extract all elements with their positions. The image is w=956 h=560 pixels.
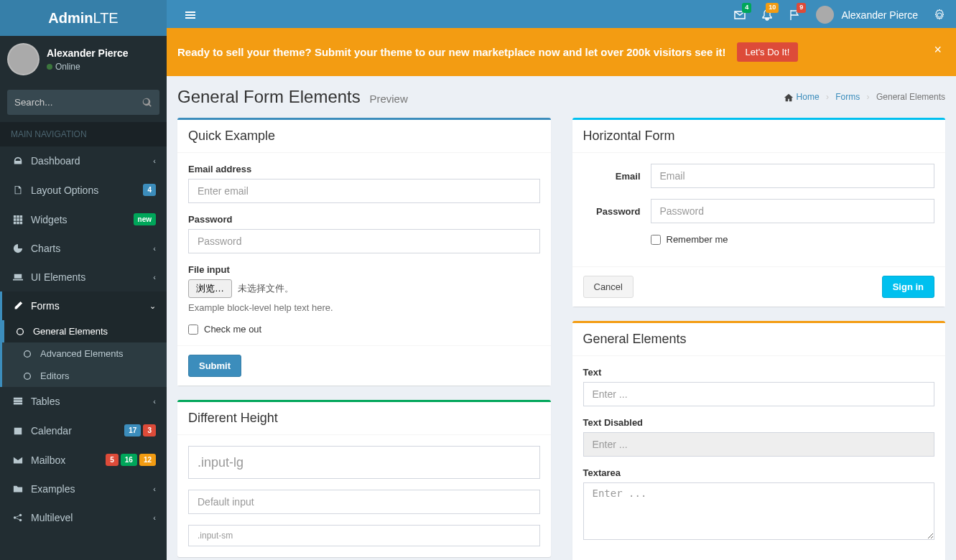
password-input[interactable] xyxy=(188,229,540,253)
sidebar-item-calendar[interactable]: Calendar 17 3 xyxy=(0,416,167,445)
sidebar-item-multilevel[interactable]: Multilevel ‹ xyxy=(0,503,167,532)
chevron-left-icon: ‹ xyxy=(153,157,156,165)
box-title: Different Height xyxy=(188,411,540,426)
file-label: File input xyxy=(188,264,540,275)
page-subtitle: Preview xyxy=(369,93,407,105)
circle-o-icon xyxy=(13,327,27,337)
sidebar-search-button[interactable] xyxy=(135,90,159,115)
sidebar-user-panel: Alexander Pierce Online xyxy=(0,36,167,83)
sidebar-item-tables[interactable]: Tables ‹ xyxy=(0,387,167,416)
sidebar-subitem-advanced[interactable]: Advanced Elements xyxy=(2,342,167,365)
signin-button[interactable]: Sign in xyxy=(882,276,934,298)
calendar-icon xyxy=(11,426,25,436)
badge: 4 xyxy=(143,184,156,196)
chevron-down-icon: ⌄ xyxy=(149,302,156,311)
notifications-dropdown[interactable]: 10 xyxy=(761,9,773,21)
svg-point-4 xyxy=(19,514,22,517)
marketplace-alert: Ready to sell your theme? Submit your th… xyxy=(167,28,956,76)
sidebar-item-label: Charts xyxy=(31,243,60,254)
badge: 5 xyxy=(106,454,119,466)
sidebar-item-widgets[interactable]: Widgets new xyxy=(0,205,167,234)
badge: 9 xyxy=(797,3,806,13)
logo[interactable]: AdminLTE xyxy=(0,0,167,36)
h-password-label: Password xyxy=(583,206,641,217)
gears-icon xyxy=(934,9,945,21)
avatar xyxy=(816,6,834,24)
breadcrumb-forms[interactable]: Forms xyxy=(835,92,860,102)
laptop-icon xyxy=(11,272,25,282)
h-password-input[interactable] xyxy=(651,199,935,223)
svg-point-1 xyxy=(24,350,31,357)
sidebar-item-label: Calendar xyxy=(31,425,72,437)
sidebar-item-label: Widgets xyxy=(31,214,68,225)
sidebar-item-examples[interactable]: Examples ‹ xyxy=(0,475,167,503)
box-title: Horizontal Form xyxy=(583,129,935,144)
sidebar-item-label: Multilevel xyxy=(31,512,73,523)
text-input[interactable] xyxy=(583,382,935,406)
file-none-text: 未选择文件。 xyxy=(238,282,294,295)
submit-button[interactable]: Submit xyxy=(188,355,241,377)
bars-icon xyxy=(185,9,196,21)
box-general-elements: General Elements Text Text Disabled Text… xyxy=(572,321,946,560)
checkbox-label: Remember me xyxy=(667,234,728,245)
sidebar-item-charts[interactable]: Charts ‹ xyxy=(0,234,167,263)
sidebar-username[interactable]: Alexander Pierce xyxy=(47,48,129,58)
box-title: General Elements xyxy=(583,332,935,347)
email-label: Email address xyxy=(188,164,540,174)
svg-point-0 xyxy=(17,328,24,335)
sidebar-subitem-editors[interactable]: Editors xyxy=(2,365,167,387)
chevron-left-icon: ‹ xyxy=(153,397,156,406)
folder-icon xyxy=(11,484,25,494)
messages-dropdown[interactable]: 4 xyxy=(734,9,746,21)
box-horizontal-form: Horizontal Form Email Password xyxy=(572,118,946,307)
pie-chart-icon xyxy=(11,243,25,253)
sidebar-item-ui[interactable]: UI Elements ‹ xyxy=(0,263,167,291)
file-browse-button[interactable]: 浏览… xyxy=(188,279,232,298)
sidebar-item-mailbox[interactable]: Mailbox 5 16 12 xyxy=(0,445,167,475)
cancel-button[interactable]: Cancel xyxy=(583,276,634,298)
sidebar-toggle-button[interactable] xyxy=(177,1,203,28)
box-quick-example: Quick Example Email address Password Fil… xyxy=(177,118,551,386)
circle-o-icon xyxy=(20,371,34,381)
svg-point-3 xyxy=(14,516,17,519)
sidebar-item-label: Forms xyxy=(31,300,60,312)
box-different-height: Different Height xyxy=(177,400,551,557)
input-lg[interactable] xyxy=(188,446,540,479)
files-icon xyxy=(11,185,25,195)
box-title: Quick Example xyxy=(188,129,540,144)
control-sidebar-toggle[interactable] xyxy=(934,9,945,21)
h-email-input[interactable] xyxy=(651,164,935,188)
check-me-out-checkbox[interactable] xyxy=(188,325,198,335)
badge: new xyxy=(134,213,156,225)
navbar-username: Alexander Pierce xyxy=(841,9,918,21)
th-icon xyxy=(11,215,25,225)
remember-me-checkbox[interactable] xyxy=(651,235,661,245)
user-menu[interactable]: Alexander Pierce xyxy=(816,6,918,24)
textarea-input[interactable] xyxy=(583,482,935,540)
badge: 12 xyxy=(139,454,156,466)
sidebar-item-forms[interactable]: Forms ⌄ xyxy=(2,291,167,320)
checkbox-label: Check me out xyxy=(204,324,261,335)
chevron-left-icon: ‹ xyxy=(153,244,156,253)
sidebar-header: MAIN NAVIGATION xyxy=(0,122,167,146)
alert-close-button[interactable]: × xyxy=(934,42,942,57)
breadcrumb-current: General Elements xyxy=(876,92,945,102)
alert-action-button[interactable]: Let's Do It! xyxy=(737,42,799,62)
file-help-text: Example block-level help text here. xyxy=(188,302,540,313)
sidebar-item-label: Mailbox xyxy=(31,454,65,466)
text-disabled-label: Text Disabled xyxy=(583,417,935,428)
sidebar-item-label: Tables xyxy=(31,396,60,407)
sidebar-item-label: Editors xyxy=(40,370,69,381)
sidebar-search xyxy=(7,90,159,115)
sidebar-item-dashboard[interactable]: Dashboard ‹ xyxy=(0,146,167,175)
email-input[interactable] xyxy=(188,179,540,203)
input-default[interactable] xyxy=(188,490,540,514)
sidebar-subitem-general[interactable]: General Elements xyxy=(4,320,167,342)
sidebar-item-label: Advanced Elements xyxy=(40,348,124,359)
input-sm[interactable] xyxy=(188,525,540,546)
breadcrumb: Home › Forms › General Elements xyxy=(784,92,945,103)
tasks-dropdown[interactable]: 9 xyxy=(789,9,800,21)
chevron-left-icon: ‹ xyxy=(153,273,156,281)
breadcrumb-home[interactable]: Home xyxy=(797,92,820,102)
sidebar-item-layout[interactable]: Layout Options 4 xyxy=(0,175,167,205)
